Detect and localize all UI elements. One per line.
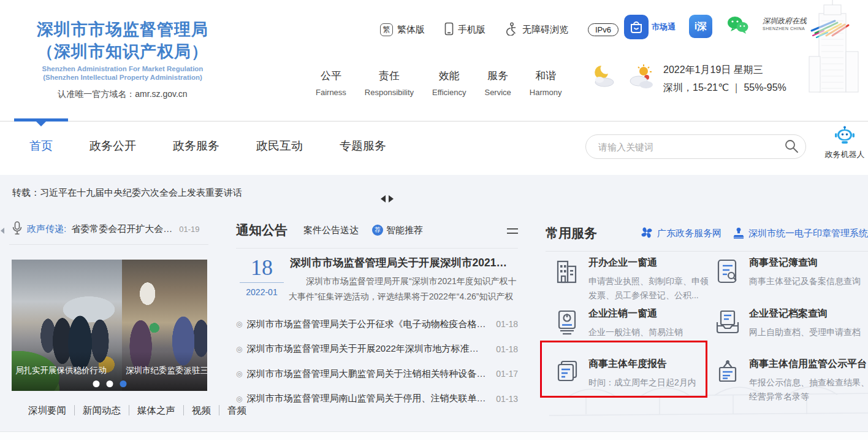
featured-date-rule <box>240 282 284 283</box>
shichangtong-app-label: 市场通 <box>652 21 676 33</box>
service-company-deregister[interactable]: 企业注销一窗通 企业一般注销、简易注销 <box>554 307 709 339</box>
notice-title: 深圳市市场监督管理局关于开展2022年深圳市地方标准制修... <box>246 343 487 355</box>
shenzhen-gov-logo-en: SHENZHEN CHINA <box>763 26 805 31</box>
news-link-news-updates[interactable]: 新闻动态 <box>74 405 129 415</box>
service-text: 商事登记簿查询 商事主体登记及备案信息查询 <box>749 257 861 288</box>
voice-news-row[interactable]: 政声传递: 省委常委会召开扩大会议 听... 01-19 <box>9 221 208 237</box>
nav-list: 首页 政务公开 政务服务 政民互动 专题服务 <box>29 138 386 154</box>
notice-item[interactable]: ◎ 深圳市市场监督管理局大鹏监管局关于注销相关特种设备的... 01-17 <box>236 361 518 387</box>
news-link-media-voice[interactable]: 媒体之声 <box>129 405 183 415</box>
carousel-slide-1[interactable]: 局扎实开展保供稳价行动 <box>12 260 122 391</box>
archive-search-icon <box>715 307 740 339</box>
case-announcement-link[interactable]: 案件公告送达 <box>303 225 359 236</box>
service-archive-search[interactable]: 企业登记档案查询 网上自助查档、受理申请查档 <box>715 307 868 339</box>
traditional-version-link[interactable]: 繁 繁体版 <box>380 23 425 36</box>
ipv6-badge[interactable]: IPv6 <box>588 23 619 36</box>
ticker-prev-icon[interactable] <box>381 195 386 203</box>
microphone-icon <box>12 221 22 237</box>
ishenzhen-app-icon[interactable]: i深 <box>689 15 712 38</box>
smart-recommend-link[interactable]: 荐 智能推荐 <box>372 225 423 236</box>
value-cn: 效能 <box>432 69 466 83</box>
headline-ticker[interactable]: 转载：习近平在十九届中央纪委六次全会上发表重要讲话 <box>12 187 242 199</box>
service-desc: 时间：成立周年之日起2月内 <box>588 376 696 390</box>
nav-item-special-services[interactable]: 专题服务 <box>340 138 386 154</box>
featured-month: 2022-01 <box>240 287 284 297</box>
value-en: Harmony <box>530 88 562 97</box>
service-registry-search[interactable]: 商事登记簿查询 商事主体登记及备案信息查询 <box>715 257 868 288</box>
accessibility-link[interactable]: 无障碍浏览 <box>505 22 568 37</box>
service-name: 企业注销一窗通 <box>588 307 683 320</box>
mobile-version-label: 手机版 <box>458 24 485 36</box>
service-annual-report[interactable]: 商事主体年度报告 时间：成立周年之日起2月内 <box>554 358 709 390</box>
shichangtong-app-icon <box>624 15 649 39</box>
traditional-icon: 繁 <box>380 23 393 36</box>
news-category-links: 深圳要闻 新闻动态 媒体之声 视频 音频 <box>20 405 254 415</box>
divider <box>236 248 518 249</box>
main-content: 转载：习近平在十九届中央纪委六次全会上发表重要讲话 政声传递: 省委常委会召开扩… <box>0 175 868 431</box>
nav-item-gov-services[interactable]: 政务服务 <box>173 138 219 154</box>
news-column: 政声传递: 省委常委会召开扩大会议 听... 01-19 局扎实开展保供稳价行动… <box>9 221 208 245</box>
carousel-slide-2[interactable]: 深圳市纪委监委派驻三组... <box>122 260 207 391</box>
core-values: 公平 Fairness 责任 Responsibility 效能 Efficie… <box>316 69 562 97</box>
site-logo[interactable]: 深圳市市场监督管理局 （深圳市知识产权局） Shenzhen Administr… <box>18 18 227 100</box>
credit-platform-icon <box>715 358 740 404</box>
eseal-system-link[interactable]: 深圳市统一电子印章管理系统 <box>733 226 868 241</box>
nav-item-gov-affairs[interactable]: 政务公开 <box>89 138 136 154</box>
robot-label: 政务机器人 <box>821 149 868 160</box>
wechat-icon[interactable] <box>726 15 749 38</box>
company-open-icon <box>554 257 580 303</box>
bullet-icon: ◎ <box>236 369 242 378</box>
site-header: 深圳市市场监督管理局 （深圳市知识产权局） Shenzhen Administr… <box>0 0 868 118</box>
notice-item[interactable]: ◎ 深圳市市场监督管理局关于开展2022年深圳市地方标准制修... 01-18 <box>236 337 518 362</box>
notice-item[interactable]: ◎ 深圳市市场监督管理局南山监管局关于停用、注销失联单位... 01-13 <box>236 387 518 412</box>
service-text: 开办企业一窗通 申请营业执照、刻制印章、申领发票、员工参保登记、公积... <box>588 257 709 303</box>
news-carousel[interactable]: 局扎实开展保供稳价行动 深圳市纪委监委派驻三组... <box>12 260 207 391</box>
service-company-open[interactable]: 开办企业一窗通 申请营业执照、刻制印章、申领发票、员工参保登记、公积... <box>554 257 709 303</box>
ticker-next-icon[interactable] <box>389 195 394 203</box>
notices-section: 通知公告 案件公告送达 荐 智能推荐 18 2022-01 深圳市市场监督管理局… <box>236 221 518 249</box>
service-desc: 企业一般注销、简易注销 <box>588 325 683 339</box>
mobile-version-link[interactable]: 手机版 <box>444 22 485 37</box>
accessibility-label: 无障碍浏览 <box>522 24 568 36</box>
notice-title: 深圳市市场监督管理局大鹏监管局关于注销相关特种设备的... <box>246 368 487 380</box>
notice-date: 01-13 <box>496 394 518 404</box>
carousel-dot-3-active[interactable] <box>120 380 126 387</box>
guangdong-gov-service-link[interactable]: 广东政务服务网 <box>640 226 721 241</box>
shichangtong-app-link[interactable]: 市场通 <box>624 15 676 39</box>
service-text: 商事主体信用监管公示平台 年报公示信息、抽查检查结果、经营异常名录等 <box>749 358 868 404</box>
collapse-arrow-icon[interactable] <box>1 228 4 234</box>
featured-notice-desc: 深圳市市场监督管理局开展“深圳市2021年度知识产权十大事件”征集评选活动，评选… <box>289 274 517 304</box>
value-en: Responsibility <box>365 88 414 97</box>
featured-notice-title[interactable]: 深圳市市场监督管理局关于开展深圳市2021年度... <box>290 255 517 270</box>
carousel-dot-1[interactable] <box>93 380 99 387</box>
notice-item[interactable]: ◎ 深圳市市场监督管理局关于公开征求《电子动物检疫合格证... 01-18 <box>236 312 518 337</box>
service-credit-platform[interactable]: 商事主体信用监管公示平台 年报公示信息、抽查检查结果、经营异常名录等 <box>715 358 868 404</box>
footer-strip <box>0 431 868 440</box>
service-text: 企业注销一窗通 企业一般注销、简易注销 <box>588 307 683 339</box>
seal-icon <box>733 226 745 241</box>
search-input[interactable] <box>586 142 777 152</box>
nav-item-interaction[interactable]: 政民互动 <box>256 138 303 154</box>
robot-icon <box>834 137 855 147</box>
gov-robot-entry[interactable]: 政务机器人 <box>821 126 868 160</box>
recommend-badge-icon: 荐 <box>372 225 383 236</box>
news-link-shenzhen-news[interactable]: 深圳要闻 <box>20 405 74 415</box>
notice-list: ◎ 深圳市市场监督管理局关于公开征求《电子动物检疫合格证... 01-18 ◎ … <box>236 312 518 411</box>
notice-date: 01-17 <box>496 369 518 379</box>
value-responsibility: 责任 Responsibility <box>365 69 414 97</box>
weather-detail: 深圳，15-21℃ ｜ 55%-95% <box>663 82 786 95</box>
news-link-video[interactable]: 视频 <box>183 405 219 415</box>
search-button[interactable] <box>777 135 805 158</box>
notices-more-icon[interactable] <box>507 227 518 234</box>
service-desc: 商事主体登记及备案信息查询 <box>749 274 861 288</box>
services-title: 常用服务 <box>546 225 597 242</box>
carousel-dot-2[interactable] <box>106 380 113 387</box>
nav-item-home[interactable]: 首页 <box>29 138 53 154</box>
bullet-icon: ◎ <box>236 345 242 353</box>
building-sketch-image <box>801 0 864 96</box>
official-domain-note: 认准唯一官方域名：amr.sz.gov.cn <box>18 89 227 100</box>
voice-news-date: 01-19 <box>179 225 199 234</box>
registry-search-icon <box>715 257 740 288</box>
featured-notice[interactable]: 18 2022-01 深圳市市场监督管理局关于开展深圳市2021年度... 深圳… <box>236 255 518 304</box>
notice-title: 深圳市市场监督管理局南山监管局关于停用、注销失联单位... <box>246 393 487 404</box>
